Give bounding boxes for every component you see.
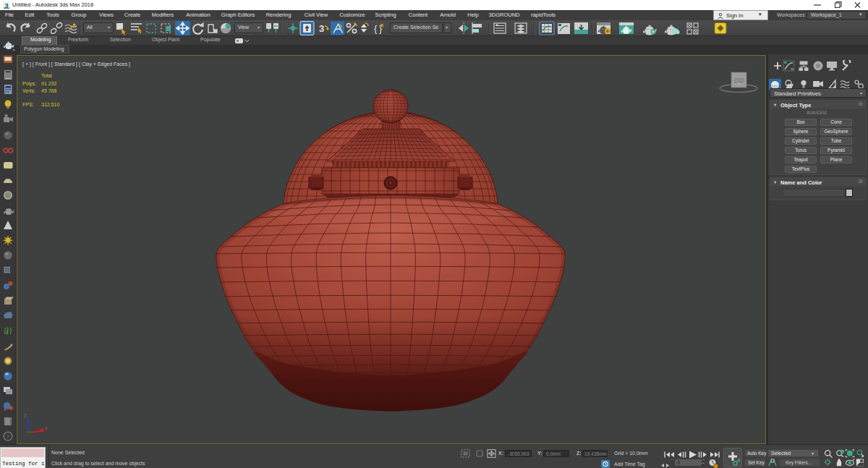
svg-text:3: 3 (4, 2, 8, 9)
svg-text:Z: Z (24, 413, 27, 418)
svg-text:x: x (45, 425, 48, 430)
svg-text:?: ? (7, 433, 10, 440)
